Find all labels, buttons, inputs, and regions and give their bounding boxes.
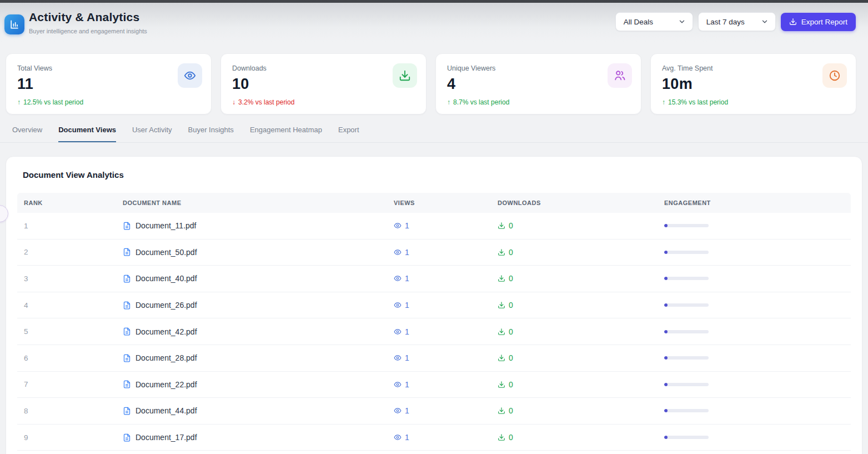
views-cell: 1 xyxy=(387,301,491,310)
engagement-bar xyxy=(664,409,709,412)
tab-buyer-insights[interactable]: Buyer Insights xyxy=(188,126,234,142)
table-header-row: RANK DOCUMENT NAME VIEWS DOWNLOADS ENGAG… xyxy=(17,193,851,213)
table-row[interactable]: 9 Document_17.pdf 1 0 xyxy=(17,425,851,451)
document-name-cell[interactable]: Document_22.pdf xyxy=(116,380,387,389)
file-icon xyxy=(123,380,131,388)
table-row[interactable]: 7 Document_22.pdf 1 0 xyxy=(17,372,851,398)
views-cell: 1 xyxy=(387,380,491,389)
eye-icon xyxy=(394,381,402,388)
document-name-cell[interactable]: Document_42.pdf xyxy=(116,327,387,336)
analytics-tabs: Overview Document Views User Activity Bu… xyxy=(0,114,868,143)
views-cell: 1 xyxy=(387,406,491,415)
engagement-bar xyxy=(664,356,709,360)
deals-filter-value: All Deals xyxy=(624,18,653,26)
arrow-down-icon: ↓ xyxy=(232,98,235,106)
document-name-cell[interactable]: Document_28.pdf xyxy=(116,353,387,362)
arrow-up-icon: ↑ xyxy=(17,98,21,106)
engagement-cell xyxy=(658,224,851,227)
stat-change: ↑ 12.5% vs last period xyxy=(17,98,202,106)
downloads-cell: 0 xyxy=(491,327,658,336)
stat-label: Downloads xyxy=(232,64,417,72)
engagement-cell xyxy=(658,303,851,307)
eye-icon xyxy=(178,63,202,88)
stat-value: 10 xyxy=(232,76,417,93)
eye-icon xyxy=(394,407,402,415)
deals-filter-select[interactable]: All Deals xyxy=(615,12,693,31)
download-icon xyxy=(498,328,505,336)
engagement-cell xyxy=(658,251,851,254)
downloads-cell: 0 xyxy=(491,248,658,257)
eye-icon xyxy=(394,354,402,362)
export-report-button[interactable]: Export Report xyxy=(781,13,856,31)
table-row[interactable]: 6 Document_28.pdf 1 0 xyxy=(17,345,851,372)
stat-change: ↓ 3.2% vs last period xyxy=(232,98,417,106)
users-icon xyxy=(608,63,632,88)
table-row[interactable]: 4 Document_26.pdf 1 0 xyxy=(17,292,851,319)
table-row[interactable]: 1 Document_11.pdf 1 0 xyxy=(17,213,851,240)
stat-label: Avg. Time Spent xyxy=(662,64,847,72)
page-header: Activity & Analytics Buyer intelligence … xyxy=(0,3,868,53)
document-name-cell[interactable]: Document_50.pdf xyxy=(116,248,387,257)
rank-cell: 5 xyxy=(17,327,116,336)
stat-cards-row: Total Views 11 ↑ 12.5% vs last period Do… xyxy=(6,53,856,114)
file-icon xyxy=(123,222,131,230)
rank-cell: 1 xyxy=(17,222,116,230)
engagement-cell xyxy=(658,409,851,412)
table-title: Document View Analytics xyxy=(23,170,851,179)
download-icon xyxy=(498,433,505,441)
engagement-cell xyxy=(658,356,851,360)
eye-icon xyxy=(394,222,402,230)
engagement-cell xyxy=(658,436,851,439)
stat-card-total-views: Total Views 11 ↑ 12.5% vs last period xyxy=(6,53,212,114)
downloads-cell: 0 xyxy=(491,406,658,415)
tab-document-views[interactable]: Document Views xyxy=(58,126,116,142)
file-icon xyxy=(123,354,131,362)
table-row[interactable]: 2 Document_50.pdf 1 0 xyxy=(17,240,851,266)
tab-user-activity[interactable]: User Activity xyxy=(132,126,172,142)
views-cell: 1 xyxy=(387,327,491,336)
downloads-cell: 0 xyxy=(491,380,658,389)
engagement-bar xyxy=(664,383,709,386)
table-row[interactable]: 5 Document_42.pdf 1 0 xyxy=(17,318,851,345)
views-cell: 1 xyxy=(387,221,491,230)
document-name-cell[interactable]: Document_44.pdf xyxy=(116,406,387,415)
table-row[interactable]: 3 Document_40.pdf 1 0 xyxy=(17,266,851,292)
eye-icon xyxy=(394,248,402,256)
downloads-cell: 0 xyxy=(491,221,658,230)
file-icon xyxy=(123,248,131,256)
rank-cell: 4 xyxy=(17,301,116,310)
rank-cell: 2 xyxy=(17,248,116,256)
stat-label: Total Views xyxy=(17,64,202,72)
download-icon xyxy=(498,275,505,282)
engagement-bar xyxy=(664,251,709,254)
file-icon xyxy=(123,407,131,415)
stat-value: 11 xyxy=(17,76,202,93)
stat-card-unique-viewers: Unique Viewers 4 ↑ 8.7% vs last period xyxy=(435,53,641,114)
download-icon xyxy=(789,18,797,26)
rank-cell: 3 xyxy=(17,275,116,283)
document-name-cell[interactable]: Document_17.pdf xyxy=(116,433,387,442)
engagement-bar xyxy=(664,277,709,280)
date-range-select[interactable]: Last 7 days xyxy=(698,12,776,31)
download-icon xyxy=(498,222,505,230)
tab-overview[interactable]: Overview xyxy=(12,126,42,142)
page-subtitle: Buyer intelligence and engagement insigh… xyxy=(29,28,147,34)
table-row[interactable]: 8 Document_44.pdf 1 0 xyxy=(17,398,851,425)
file-icon xyxy=(123,301,131,310)
tab-export[interactable]: Export xyxy=(338,126,359,142)
rank-cell: 6 xyxy=(17,354,116,362)
document-name-cell[interactable]: Document_11.pdf xyxy=(116,221,387,230)
document-name-cell[interactable]: Document_40.pdf xyxy=(116,274,387,283)
document-name-cell[interactable]: Document_26.pdf xyxy=(116,301,387,310)
chevron-down-icon xyxy=(678,18,686,26)
chevron-down-icon xyxy=(761,18,769,26)
engagement-bar xyxy=(664,436,709,439)
eye-icon xyxy=(394,433,402,441)
rank-cell: 8 xyxy=(17,407,116,415)
engagement-bar xyxy=(664,330,709,333)
stat-change: ↑ 15.3% vs last period xyxy=(662,98,847,106)
stat-card-downloads: Downloads 10 ↓ 3.2% vs last period xyxy=(220,53,427,114)
download-icon xyxy=(498,381,505,388)
clock-icon xyxy=(822,63,847,88)
tab-engagement-heatmap[interactable]: Engagement Heatmap xyxy=(250,126,322,142)
